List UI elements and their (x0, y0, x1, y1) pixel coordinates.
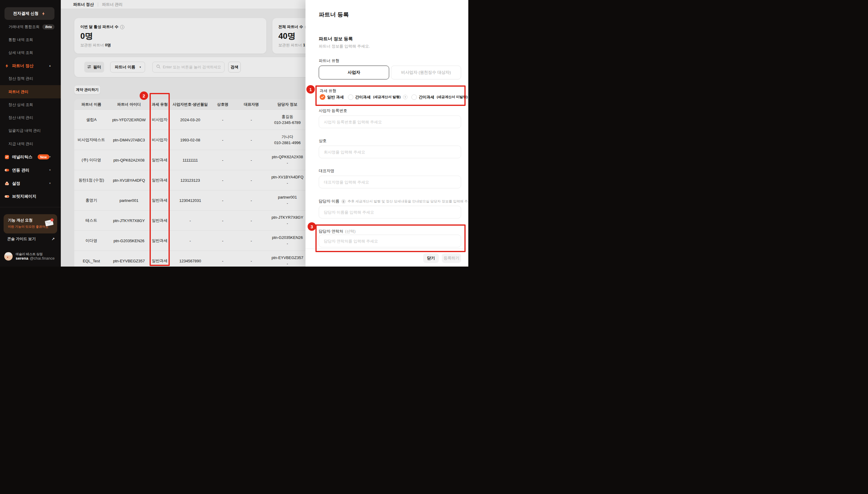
partner-type-individual-button[interactable]: 비사업자 (원천징수 대상자) (391, 65, 461, 79)
e-payment-apply-label: 전자결제 신청 (13, 11, 39, 16)
user-email: @chai.finance (30, 256, 55, 261)
sidebar-section-settings[interactable]: 설정 ▼ (0, 177, 61, 190)
sidebar-section-partner-settlement[interactable]: 파트너 정산 ▲ (0, 59, 61, 72)
beta-badge: Beta (42, 24, 55, 30)
optional-tag: (선택) (345, 229, 356, 234)
radio-selected-icon (320, 94, 325, 100)
bridge-page-icon (4, 194, 9, 199)
sidebar-item-integrated-history[interactable]: 통합 내역 조회 (0, 33, 61, 46)
user-account[interactable]: serena@chai.finance (16, 256, 55, 261)
manager-contact-label: 담당자 연락처 (319, 229, 343, 234)
sidebar-item-settlement-history[interactable]: 정산 내역 관리 (0, 111, 61, 124)
radio-simplified-tax-no-issue[interactable]: 간이과세 (세금계산서 미발행) ? (411, 94, 468, 100)
user-store-name: 애슐리 테스트 상점 (16, 252, 43, 256)
partner-type-label: 파트너 유형 (319, 58, 339, 63)
section-description: 파트너 정보를 입력해 주세요. (319, 44, 370, 49)
manager-name-input[interactable] (319, 206, 461, 218)
representative-input[interactable] (319, 176, 461, 188)
drawer-footer-divider (305, 248, 468, 249)
console-guide-link[interactable]: 콘솔 가이드 보기 ↗ (7, 236, 55, 242)
e-payment-apply-button[interactable]: 전자결제 신청 (4, 7, 55, 20)
chevron-down-icon: ▼ (49, 169, 51, 171)
radio-icon (348, 94, 353, 100)
radio-simplified-tax-issue[interactable]: 간이과세 (세금계산서 발행) ? (348, 94, 408, 100)
trade-name-input[interactable] (319, 146, 461, 158)
sidebar-item-payment-history[interactable]: 지급 내역 관리 (0, 137, 61, 150)
info-icon[interactable]: i (341, 199, 346, 204)
sidebar-item-partner-management[interactable]: 파트너 관리 (0, 85, 61, 98)
business-number-input[interactable] (319, 116, 461, 128)
user-name: serena (16, 256, 28, 261)
sidebar-section-bridge-page[interactable]: 브릿지페이지 (0, 190, 61, 203)
settings-icon (4, 181, 9, 186)
partner-register-drawer: 파트너 등록 파트너 정보 등록 파트너 정보를 입력해 주세요. 파트너 유형… (305, 0, 468, 267)
manager-contact-label-row: 담당자 연락처 (선택) (319, 229, 356, 234)
external-link-icon: ↗ (52, 237, 55, 241)
close-button[interactable]: 닫기 (423, 253, 439, 263)
user-avatar[interactable] (4, 252, 13, 261)
app-root: 전자결제 신청 거래내역 통합조회 Beta 통합 내역 조회 상세 내역 조회… (0, 0, 468, 267)
sidebar-item-settlement-policy[interactable]: 정산 정책 관리 (0, 72, 61, 85)
sidebar-section-integration[interactable]: 연동 관리 ▼ (0, 164, 61, 177)
analytics-icon (4, 155, 9, 159)
manager-name-label-row: 담당자 이름 i 추후 세금계산서 발행 및 정산 상세내용을 안내받으실 담당… (319, 198, 468, 204)
partner-type-business-button[interactable]: 사업자 (319, 65, 389, 79)
sidebar-section-analytics[interactable]: 애널리틱스 New ▼ (0, 150, 61, 163)
new-badge: New (38, 154, 50, 159)
chevron-down-icon: ▼ (49, 182, 51, 185)
manager-contact-input[interactable] (319, 235, 461, 247)
integration-icon (4, 168, 9, 173)
section-title: 파트너 정보 등록 (319, 36, 353, 42)
envelope-icon (44, 218, 54, 228)
manager-helper-text: 추후 세금계산서 발행 및 정산 상세내용을 안내받으실 담당자 정보를 입력해… (347, 199, 468, 204)
sidebar-item-detail-history[interactable]: 상세 내역 조회 (0, 46, 61, 59)
radio-icon (411, 94, 417, 100)
chevron-down-icon: ▼ (49, 155, 51, 158)
trade-name-label: 상호 (319, 138, 326, 144)
tax-type-radio-group: 일반 과세 간이과세 (세금계산서 발행) ? 간이과세 (세금계산서 미발행)… (320, 94, 464, 100)
help-icon[interactable]: ? (403, 95, 408, 99)
sidebar-item-bulk-payment[interactable]: 일괄지급 내역 관리 (0, 124, 61, 137)
business-number-label: 사업자 등록번호 (319, 108, 347, 113)
feature-request-card[interactable]: 기능 개선 요청 이런 기능이 있으면 좋겠어요 (4, 214, 57, 233)
sidebar-item-transaction-history[interactable]: 거래내역 통합조회 Beta (0, 20, 61, 33)
manager-name-label: 담당자 이름 (319, 198, 339, 204)
lightning-icon (41, 11, 46, 16)
sidebar: 전자결제 신청 거래내역 통합조회 Beta 통합 내역 조회 상세 내역 조회… (0, 0, 61, 267)
chevron-up-icon: ▲ (49, 64, 51, 67)
radio-general-tax[interactable]: 일반 과세 (320, 94, 344, 100)
drawer-backdrop[interactable] (61, 0, 305, 267)
lightning-icon (4, 63, 9, 68)
representative-label: 대표자명 (319, 168, 334, 174)
tax-type-label: 과세 유형 (320, 88, 337, 94)
sidebar-item-settlement-detail[interactable]: 정산 상세 조회 (0, 98, 61, 111)
drawer-title: 파트너 등록 (319, 11, 349, 19)
sidebar-divider (0, 207, 61, 207)
submit-button[interactable]: 등록하기 (442, 253, 461, 263)
